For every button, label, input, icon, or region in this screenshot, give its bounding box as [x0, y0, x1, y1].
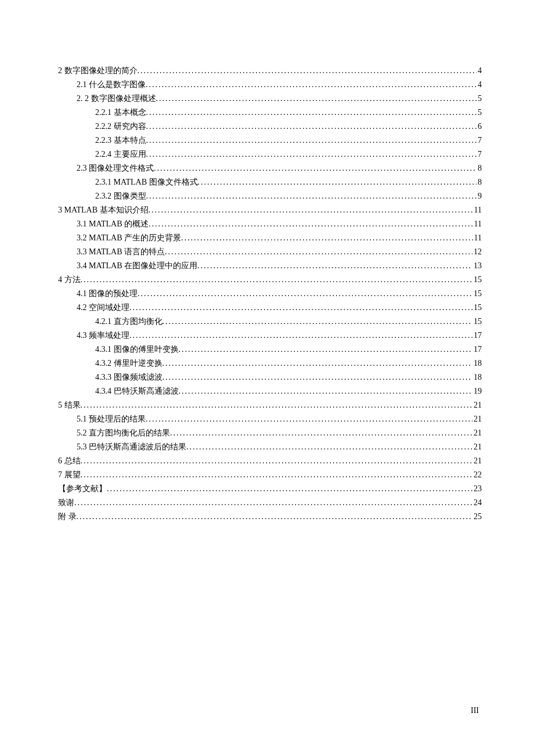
- toc-entry-page: 21: [472, 454, 482, 468]
- toc-entry-page: 15: [472, 315, 482, 329]
- toc-entry-title: 4.3.1 图像的傅里叶变换: [95, 343, 179, 357]
- toc-entry-title: 4.1 图像的预处理: [77, 287, 138, 301]
- toc-entry: 3.3 MATLAB 语言的特点12: [58, 245, 482, 259]
- toc-list: 2 数字图像处理的简介42.1 什么是数字图像42. 2 数字图像处理概述52.…: [58, 64, 482, 524]
- toc-entry-page: 11: [473, 217, 482, 231]
- toc-entry: 2.3.1 MATLAB 图像文件格式8: [58, 175, 482, 189]
- toc-entry-page: 11: [473, 231, 482, 245]
- toc-entry: 2.3.2 图像类型9: [58, 189, 482, 203]
- toc-dots: [156, 92, 477, 106]
- toc-entry-title: 2.2.3 基本特点: [95, 134, 146, 147]
- toc-entry-title: 2.3 图像处理文件格式: [77, 161, 154, 175]
- toc-entry-title: 致谢: [58, 496, 74, 510]
- toc-entry: 4.1 图像的预处理15: [58, 287, 482, 301]
- toc-entry-title: 4 方法: [58, 273, 81, 287]
- toc-entry-page: 7: [477, 147, 482, 161]
- toc-entry: 2.2.1 基本概念5: [58, 106, 482, 120]
- toc-dots: [77, 510, 473, 524]
- toc-entry-page: 21: [472, 398, 482, 412]
- toc-entry-title: 4.2 空间域处理: [77, 301, 129, 315]
- toc-entry: 5.2 直方图均衡化后的结果21: [58, 426, 482, 440]
- toc-entry: 3 MATLAB 基本知识介绍11: [58, 203, 482, 217]
- toc-entry-title: 7 展望: [58, 468, 81, 482]
- toc-entry-title: 6 总结: [58, 454, 81, 468]
- toc-entry-title: 3.4 MATLAB 在图像处理中的应用: [77, 259, 197, 273]
- toc-dots: [74, 496, 472, 510]
- toc-entry: 2.3 图像处理文件格式8: [58, 161, 482, 175]
- toc-entry-title: 2.3.1 MATLAB 图像文件格式: [95, 175, 198, 189]
- toc-entry-title: 2.2.2 研究内容: [95, 120, 146, 134]
- toc-entry-title: 2.1 什么是数字图像: [77, 78, 146, 92]
- toc-entry: 6 总结21: [58, 454, 482, 468]
- toc-entry: 4.3.4 巴特沃斯高通滤波19: [58, 384, 482, 398]
- toc-entry: 2.2.4 主要应用7: [58, 147, 482, 161]
- toc-entry-title: 2.3.2 图像类型: [95, 189, 146, 203]
- toc-container: 2 数字图像处理的简介42.1 什么是数字图像42. 2 数字图像处理概述52.…: [0, 0, 534, 524]
- toc-entry-title: 4.3 频率域处理: [77, 329, 129, 343]
- toc-entry-page: 8: [477, 161, 482, 175]
- toc-entry-page: 21: [472, 426, 482, 440]
- toc-dots: [163, 357, 473, 370]
- toc-dots: [129, 329, 472, 343]
- toc-entry-title: 2.2.4 主要应用: [95, 147, 146, 161]
- toc-entry-title: 3.1 MATLAB 的概述: [77, 217, 149, 231]
- toc-entry-page: 15: [472, 301, 482, 315]
- toc-entry: 2.1 什么是数字图像4: [58, 78, 482, 92]
- toc-dots: [197, 259, 472, 273]
- toc-entry: 2 数字图像处理的简介4: [58, 64, 482, 78]
- toc-entry-page: 23: [472, 482, 482, 496]
- toc-entry-page: 11: [473, 203, 482, 217]
- toc-dots: [146, 412, 472, 426]
- toc-entry-page: 18: [472, 370, 482, 384]
- toc-entry-title: 3.2 MATLAB 产生的历史背景: [77, 231, 181, 245]
- toc-entry: 4.3.3 图像频域滤波18: [58, 370, 482, 384]
- toc-dots: [181, 231, 472, 245]
- toc-entry-page: 13: [472, 259, 482, 273]
- toc-entry: 4.2 空间域处理15: [58, 301, 482, 315]
- toc-entry: 5.1 预处理后的结果21: [58, 412, 482, 426]
- toc-entry-page: 5: [477, 92, 482, 106]
- toc-entry-title: 5 结果: [58, 398, 81, 412]
- toc-entry-page: 21: [472, 412, 482, 426]
- toc-entry-title: 3.3 MATLAB 语言的特点: [77, 245, 165, 259]
- toc-dots: [138, 64, 477, 78]
- toc-dots: [179, 343, 473, 357]
- toc-dots: [81, 454, 473, 468]
- toc-entry: 7 展望22: [58, 468, 482, 482]
- toc-entry-title: 5.3 巴特沃斯高通滤波后的结果: [77, 440, 186, 454]
- toc-dots: [154, 161, 477, 175]
- toc-entry-page: 9: [477, 189, 482, 203]
- toc-entry-page: 18: [472, 357, 482, 370]
- toc-entry-page: 15: [472, 273, 482, 287]
- toc-dots: [163, 315, 473, 329]
- toc-entry: 5.3 巴特沃斯高通滤波后的结果21: [58, 440, 482, 454]
- toc-dots: [81, 273, 473, 287]
- toc-entry: 3.2 MATLAB 产生的历史背景11: [58, 231, 482, 245]
- toc-entry: 致谢24: [58, 496, 482, 510]
- toc-entry: 5 结果21: [58, 398, 482, 412]
- toc-entry: 2. 2 数字图像处理概述5: [58, 92, 482, 106]
- toc-dots: [81, 398, 473, 412]
- toc-entry-page: 8: [477, 175, 482, 189]
- toc-entry-page: 24: [472, 496, 482, 510]
- toc-dots: [163, 370, 473, 384]
- toc-dots: [146, 120, 477, 134]
- toc-dots: [146, 134, 477, 147]
- toc-entry: 2.2.3 基本特点7: [58, 134, 482, 147]
- toc-entry-page: 17: [472, 329, 482, 343]
- toc-entry-page: 5: [477, 106, 482, 120]
- toc-entry-title: 4.3.2 傅里叶逆变换: [95, 357, 163, 370]
- toc-dots: [129, 301, 472, 315]
- toc-entry-title: 4.2.1 直方图均衡化: [95, 315, 163, 329]
- toc-dots: [107, 482, 472, 496]
- toc-dots: [170, 426, 472, 440]
- toc-dots: [146, 189, 477, 203]
- toc-entry-page: 4: [477, 78, 482, 92]
- toc-dots: [146, 106, 477, 120]
- toc-entry-page: 12: [472, 245, 482, 259]
- toc-entry-title: 2. 2 数字图像处理概述: [77, 92, 156, 106]
- toc-dots: [149, 203, 473, 217]
- toc-entry: 4.3 频率域处理17: [58, 329, 482, 343]
- toc-entry: 附 录25: [58, 510, 482, 524]
- toc-entry: 【参考文献】23: [58, 482, 482, 496]
